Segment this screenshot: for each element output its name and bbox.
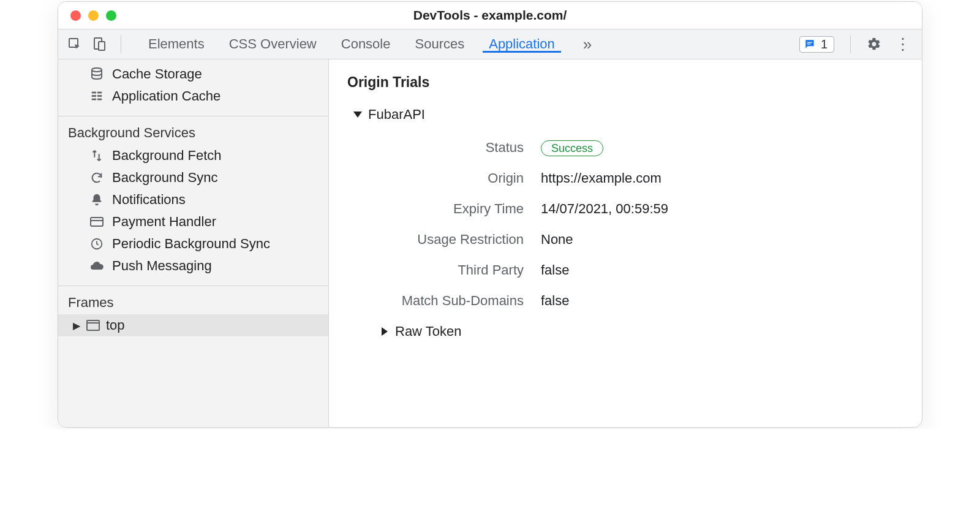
panel-body: Cache Storage Application Cache Backgrou… [58, 59, 922, 427]
svg-rect-2 [99, 42, 105, 50]
value-status: Success [541, 140, 603, 156]
label-expiry: Expiry Time [382, 201, 541, 217]
svg-rect-7 [97, 92, 102, 94]
sidebar-item-background-sync[interactable]: Background Sync [58, 167, 328, 189]
devtools-window: DevTools - example.com/ Elements CSS Ove… [58, 1, 922, 428]
window-controls [58, 10, 116, 21]
svg-rect-6 [92, 92, 96, 94]
database-icon [89, 66, 105, 82]
more-tabs-icon[interactable]: » [583, 35, 592, 54]
content-pane: Origin Trials FubarAPI Status Success Or… [329, 59, 922, 427]
raw-token-disclosure[interactable]: Raw Token [382, 324, 903, 339]
sidebar-item-notifications[interactable]: Notifications [58, 189, 328, 211]
sidebar-item-label: Application Cache [112, 88, 221, 104]
separator [121, 36, 121, 53]
row-third-party: Third Party false [382, 262, 903, 278]
row-expiry: Expiry Time 14/07/2021, 00:59:59 [382, 201, 903, 217]
window-title: DevTools - example.com/ [413, 8, 567, 23]
sidebar-item-frame-top[interactable]: ▶ top [58, 314, 328, 336]
device-toggle-icon[interactable] [91, 36, 107, 52]
cloud-icon [89, 258, 105, 274]
caret-right-icon [382, 327, 388, 336]
clock-icon [89, 236, 105, 252]
row-usage-restriction: Usage Restriction None [382, 232, 903, 248]
value-usage-restriction: None [541, 232, 573, 248]
separator [850, 36, 851, 53]
sidebar-item-cache-storage[interactable]: Cache Storage [58, 63, 328, 85]
row-match-sub-domains: Match Sub-Domains false [382, 293, 903, 309]
trial-name: FubarAPI [368, 107, 425, 123]
svg-rect-10 [92, 99, 96, 100]
tab-css-overview[interactable]: CSS Overview [229, 36, 317, 52]
issues-badge[interactable]: 1 [799, 36, 834, 53]
sidebar-item-label: Push Messaging [112, 258, 212, 274]
value-origin: https://example.com [541, 170, 662, 186]
row-origin: Origin https://example.com [382, 170, 903, 186]
sync-icon [89, 170, 105, 186]
sidebar-item-label: Periodic Background Sync [112, 236, 270, 252]
trial-details: Status Success Origin https://example.co… [382, 140, 903, 309]
svg-rect-8 [92, 95, 96, 97]
message-icon [804, 38, 816, 50]
transfer-icon [89, 148, 105, 164]
maximize-window-button[interactable] [106, 10, 116, 21]
close-window-button[interactable] [70, 10, 81, 21]
value-third-party: false [541, 262, 569, 278]
window-icon [86, 320, 100, 331]
toolbar-right: 1 ⋮ [799, 36, 913, 53]
toolbar-left: Elements CSS Overview Console Sources Ap… [67, 35, 592, 54]
section-heading: Origin Trials [347, 74, 903, 91]
label-match-sub-domains: Match Sub-Domains [382, 293, 541, 309]
row-status: Status Success [382, 140, 903, 156]
main-toolbar: Elements CSS Overview Console Sources Ap… [58, 29, 922, 59]
value-expiry: 14/07/2021, 00:59:59 [541, 201, 668, 217]
label-usage-restriction: Usage Restriction [382, 232, 541, 248]
minimize-window-button[interactable] [88, 10, 99, 21]
credit-card-icon [89, 214, 105, 230]
label-status: Status [382, 140, 541, 156]
svg-point-5 [92, 68, 102, 72]
sidebar-item-label: Background Sync [112, 170, 217, 186]
panel-tabs: Elements CSS Overview Console Sources Ap… [148, 35, 592, 54]
titlebar: DevTools - example.com/ [58, 2, 922, 29]
sidebar-item-periodic-background-sync[interactable]: Periodic Background Sync [58, 233, 328, 255]
tab-elements[interactable]: Elements [148, 36, 205, 52]
status-pill: Success [541, 140, 603, 156]
grid-icon [89, 88, 105, 104]
tab-console[interactable]: Console [341, 36, 391, 52]
svg-rect-3 [807, 42, 812, 43]
raw-token-label: Raw Token [395, 324, 461, 339]
sidebar-item-label: Background Fetch [112, 148, 222, 164]
sidebar-item-label: Payment Handler [112, 214, 216, 230]
label-third-party: Third Party [382, 262, 541, 278]
sidebar-header-frames: Frames [58, 286, 328, 314]
sidebar-item-application-cache[interactable]: Application Cache [58, 85, 328, 107]
svg-rect-9 [97, 95, 102, 97]
bell-icon [89, 192, 105, 208]
trial-disclosure[interactable]: FubarAPI [353, 107, 903, 123]
caret-down-icon [353, 112, 362, 118]
inspect-element-icon[interactable] [67, 36, 83, 52]
sidebar-item-background-fetch[interactable]: Background Fetch [58, 145, 328, 167]
caret-right-icon: ▶ [73, 320, 80, 331]
more-options-icon[interactable]: ⋮ [892, 36, 913, 52]
label-origin: Origin [382, 170, 541, 186]
tab-sources[interactable]: Sources [415, 36, 464, 52]
sidebar-header-background-services: Background Services [58, 116, 328, 145]
sidebar-item-label: top [106, 317, 125, 333]
svg-rect-11 [97, 99, 102, 100]
sidebar-item-label: Notifications [112, 192, 186, 208]
tab-application[interactable]: Application [489, 36, 555, 52]
svg-rect-12 [91, 218, 103, 226]
sidebar-item-push-messaging[interactable]: Push Messaging [58, 255, 328, 277]
sidebar-item-payment-handler[interactable]: Payment Handler [58, 211, 328, 233]
application-sidebar: Cache Storage Application Cache Backgrou… [58, 59, 329, 427]
settings-icon[interactable] [867, 37, 881, 51]
sidebar-item-label: Cache Storage [112, 66, 202, 82]
svg-rect-4 [807, 44, 811, 44]
issues-count: 1 [821, 37, 827, 51]
value-match-sub-domains: false [541, 293, 569, 309]
